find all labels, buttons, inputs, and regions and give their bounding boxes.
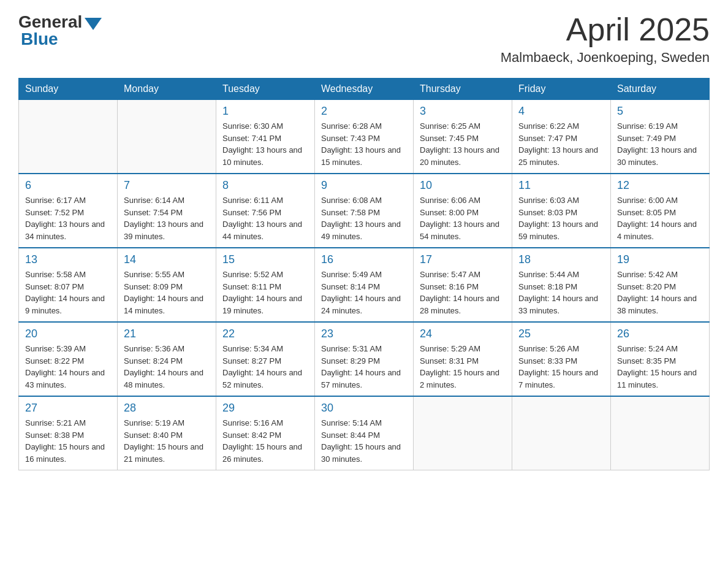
daylight-text: Daylight: 13 hours and 34 minutes. — [25, 220, 105, 241]
daylight-text: Daylight: 13 hours and 30 minutes. — [617, 145, 697, 167]
day-number: 6 — [25, 179, 111, 192]
sunrise-text: Sunrise: 5:31 AM — [321, 344, 382, 353]
sunrise-text: Sunrise: 6:08 AM — [321, 196, 382, 205]
day-info: Sunrise: 5:19 AMSunset: 8:40 PMDaylight:… — [124, 417, 210, 465]
calendar-day-cell — [414, 396, 512, 470]
logo-blue-text: Blue — [18, 29, 58, 49]
day-info: Sunrise: 6:06 AMSunset: 8:00 PMDaylight:… — [420, 194, 506, 242]
calendar-week-row: 1Sunrise: 6:30 AMSunset: 7:41 PMDaylight… — [19, 100, 710, 174]
sunset-text: Sunset: 7:56 PM — [222, 208, 281, 217]
sunset-text: Sunset: 8:18 PM — [518, 282, 577, 291]
sunset-text: Sunset: 7:43 PM — [321, 134, 380, 143]
day-number: 21 — [124, 327, 210, 340]
daylight-text: Daylight: 13 hours and 59 minutes. — [518, 220, 598, 241]
day-number: 18 — [518, 253, 604, 266]
calendar-week-row: 13Sunrise: 5:58 AMSunset: 8:07 PMDayligh… — [19, 248, 710, 322]
daylight-text: Daylight: 14 hours and 14 minutes. — [124, 294, 203, 315]
sunrise-text: Sunrise: 6:22 AM — [518, 121, 579, 131]
day-number: 30 — [321, 402, 407, 415]
weekday-header-friday: Friday — [512, 79, 611, 100]
sunrise-text: Sunrise: 5:24 AM — [617, 344, 678, 353]
day-number: 14 — [124, 253, 210, 266]
calendar-day-cell: 9Sunrise: 6:08 AMSunset: 7:58 PMDaylight… — [315, 174, 414, 248]
sunrise-text: Sunrise: 5:49 AM — [321, 270, 382, 279]
daylight-text: Daylight: 13 hours and 54 minutes. — [420, 220, 499, 241]
calendar-day-cell: 5Sunrise: 6:19 AMSunset: 7:49 PMDaylight… — [611, 100, 710, 174]
calendar-day-cell: 10Sunrise: 6:06 AMSunset: 8:00 PMDayligh… — [414, 174, 512, 248]
day-info: Sunrise: 6:30 AMSunset: 7:41 PMDaylight:… — [222, 120, 308, 168]
daylight-text: Daylight: 14 hours and 4 minutes. — [617, 220, 697, 241]
daylight-text: Daylight: 15 hours and 21 minutes. — [124, 442, 203, 464]
daylight-text: Daylight: 14 hours and 38 minutes. — [617, 294, 697, 315]
day-number: 24 — [420, 327, 506, 340]
sunset-text: Sunset: 7:54 PM — [124, 208, 183, 217]
sunset-text: Sunset: 8:16 PM — [420, 282, 479, 291]
daylight-text: Daylight: 13 hours and 44 minutes. — [222, 220, 302, 241]
sunset-text: Sunset: 8:42 PM — [222, 431, 281, 440]
day-number: 9 — [321, 179, 407, 192]
calendar-day-cell: 21Sunrise: 5:36 AMSunset: 8:24 PMDayligh… — [118, 322, 216, 396]
day-number: 20 — [25, 327, 111, 340]
sunrise-text: Sunrise: 5:26 AM — [518, 344, 579, 353]
calendar-day-cell: 27Sunrise: 5:21 AMSunset: 8:38 PMDayligh… — [19, 396, 118, 470]
day-info: Sunrise: 5:49 AMSunset: 8:14 PMDaylight:… — [321, 269, 407, 316]
calendar-day-cell: 26Sunrise: 5:24 AMSunset: 8:35 PMDayligh… — [611, 322, 710, 396]
calendar-day-cell — [512, 396, 611, 470]
calendar-day-cell: 19Sunrise: 5:42 AMSunset: 8:20 PMDayligh… — [611, 248, 710, 322]
daylight-text: Daylight: 14 hours and 52 minutes. — [222, 368, 302, 389]
calendar-day-cell: 29Sunrise: 5:16 AMSunset: 8:42 PMDayligh… — [216, 396, 315, 470]
daylight-text: Daylight: 15 hours and 7 minutes. — [518, 368, 598, 389]
sunset-text: Sunset: 8:20 PM — [617, 282, 676, 291]
sunrise-text: Sunrise: 5:36 AM — [124, 344, 184, 353]
sunset-text: Sunset: 8:27 PM — [222, 356, 281, 366]
sunrise-text: Sunrise: 5:14 AM — [321, 418, 382, 427]
day-info: Sunrise: 5:36 AMSunset: 8:24 PMDaylight:… — [124, 343, 210, 391]
day-info: Sunrise: 5:14 AMSunset: 8:44 PMDaylight:… — [321, 417, 407, 465]
sunset-text: Sunset: 8:29 PM — [321, 356, 380, 366]
sunrise-text: Sunrise: 6:19 AM — [617, 121, 678, 131]
daylight-text: Daylight: 13 hours and 25 minutes. — [518, 145, 598, 167]
sunset-text: Sunset: 8:09 PM — [124, 282, 183, 291]
daylight-text: Daylight: 14 hours and 43 minutes. — [25, 368, 105, 389]
sunrise-text: Sunrise: 5:42 AM — [617, 270, 678, 279]
day-number: 1 — [222, 105, 308, 118]
daylight-text: Daylight: 13 hours and 10 minutes. — [222, 145, 302, 167]
sunrise-text: Sunrise: 6:25 AM — [420, 121, 480, 131]
sunrise-text: Sunrise: 6:00 AM — [617, 196, 678, 205]
day-info: Sunrise: 6:28 AMSunset: 7:43 PMDaylight:… — [321, 120, 407, 168]
daylight-text: Daylight: 15 hours and 26 minutes. — [222, 442, 302, 464]
sunset-text: Sunset: 8:11 PM — [222, 282, 281, 291]
day-number: 11 — [518, 179, 604, 192]
daylight-text: Daylight: 13 hours and 49 minutes. — [321, 220, 401, 241]
sunset-text: Sunset: 8:03 PM — [518, 208, 577, 217]
day-info: Sunrise: 5:29 AMSunset: 8:31 PMDaylight:… — [420, 343, 506, 391]
sunset-text: Sunset: 7:52 PM — [25, 208, 84, 217]
daylight-text: Daylight: 15 hours and 30 minutes. — [321, 442, 401, 464]
day-number: 26 — [617, 327, 703, 340]
daylight-text: Daylight: 14 hours and 24 minutes. — [321, 294, 401, 315]
day-info: Sunrise: 6:00 AMSunset: 8:05 PMDaylight:… — [617, 194, 703, 242]
day-info: Sunrise: 5:42 AMSunset: 8:20 PMDaylight:… — [617, 269, 703, 316]
calendar-week-row: 27Sunrise: 5:21 AMSunset: 8:38 PMDayligh… — [19, 396, 710, 470]
calendar-day-cell: 11Sunrise: 6:03 AMSunset: 8:03 PMDayligh… — [512, 174, 611, 248]
sunset-text: Sunset: 8:33 PM — [518, 356, 577, 366]
calendar-day-cell: 1Sunrise: 6:30 AMSunset: 7:41 PMDaylight… — [216, 100, 315, 174]
calendar-day-cell: 18Sunrise: 5:44 AMSunset: 8:18 PMDayligh… — [512, 248, 611, 322]
day-number: 19 — [617, 253, 703, 266]
sunrise-text: Sunrise: 6:06 AM — [420, 196, 480, 205]
month-year-title: April 2025 — [501, 12, 710, 47]
sunset-text: Sunset: 8:05 PM — [617, 208, 676, 217]
day-info: Sunrise: 5:55 AMSunset: 8:09 PMDaylight:… — [124, 269, 210, 316]
calendar-day-cell: 3Sunrise: 6:25 AMSunset: 7:45 PMDaylight… — [414, 100, 512, 174]
page-header: General Blue April 2025 Malmbaeck, Joenk… — [18, 12, 710, 66]
day-info: Sunrise: 5:58 AMSunset: 8:07 PMDaylight:… — [25, 269, 111, 316]
sunrise-text: Sunrise: 6:28 AM — [321, 121, 382, 131]
title-section: April 2025 Malmbaeck, Joenkoeping, Swede… — [501, 12, 710, 66]
sunrise-text: Sunrise: 5:44 AM — [518, 270, 579, 279]
calendar-day-cell: 14Sunrise: 5:55 AMSunset: 8:09 PMDayligh… — [118, 248, 216, 322]
day-info: Sunrise: 6:17 AMSunset: 7:52 PMDaylight:… — [25, 194, 111, 242]
calendar-day-cell: 24Sunrise: 5:29 AMSunset: 8:31 PMDayligh… — [414, 322, 512, 396]
location-subtitle: Malmbaeck, Joenkoeping, Sweden — [501, 50, 710, 66]
weekday-header-tuesday: Tuesday — [216, 79, 315, 100]
sunrise-text: Sunrise: 6:03 AM — [518, 196, 579, 205]
